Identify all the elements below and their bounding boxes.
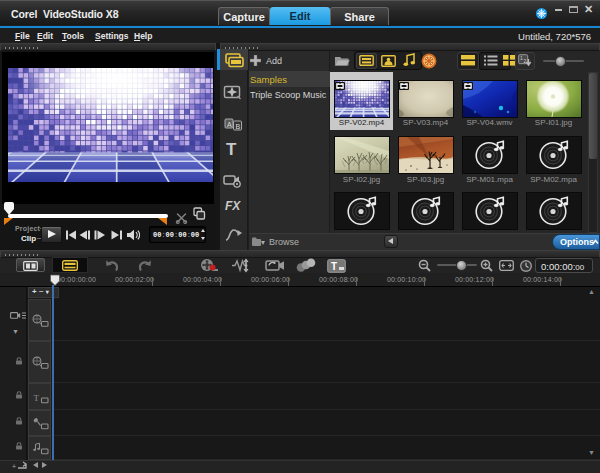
svg-text:+: + xyxy=(12,463,16,470)
svg-text:A: A xyxy=(227,121,232,128)
svg-text:T: T xyxy=(33,392,39,402)
svg-text:T: T xyxy=(331,260,337,271)
svg-text:B: B xyxy=(236,123,241,130)
